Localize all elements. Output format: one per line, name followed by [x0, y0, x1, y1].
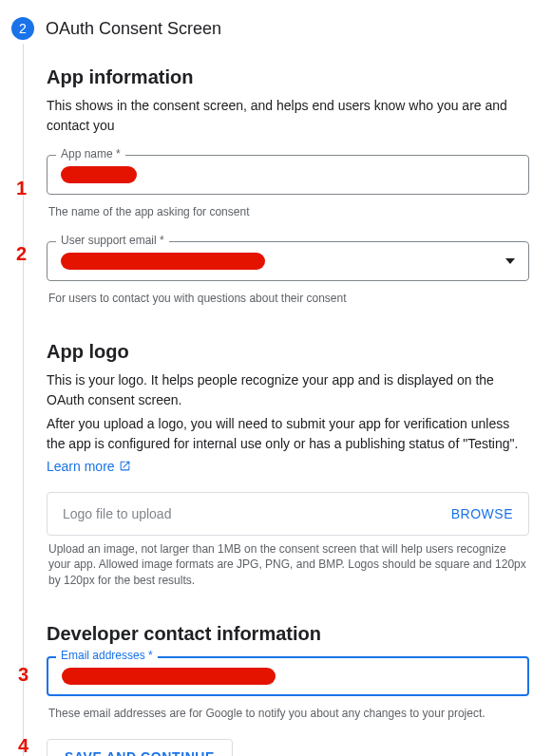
step-title: OAuth Consent Screen	[46, 19, 221, 39]
learn-more-label: Learn more	[47, 459, 115, 474]
app-logo-heading: App logo	[47, 341, 529, 363]
annotation-4: 4	[18, 735, 29, 756]
step-header: 2 OAuth Consent Screen	[0, 0, 552, 44]
logo-upload-box[interactable]: Logo file to upload BROWSE	[47, 492, 529, 536]
logo-upload-helper: Upload an image, not larger than 1MB on …	[47, 536, 529, 589]
annotation-1: 1	[16, 178, 27, 199]
user-support-email-field[interactable]: User support email *	[47, 241, 529, 281]
app-name-value-redacted	[61, 166, 137, 183]
app-info-desc: This shows in the consent screen, and he…	[47, 96, 529, 136]
save-and-continue-button[interactable]: SAVE AND CONTINUE	[47, 739, 233, 756]
email-addresses-field[interactable]: Email addresses *	[47, 656, 529, 696]
user-support-email-helper: For users to contact you with questions …	[47, 285, 529, 307]
external-link-icon	[119, 460, 131, 472]
learn-more-link[interactable]: Learn more	[47, 459, 131, 474]
chevron-down-icon	[505, 258, 515, 264]
email-value-redacted	[62, 668, 276, 685]
email-addresses-helper: These email addresses are for Google to …	[47, 700, 529, 722]
email-addresses-label: Email addresses *	[56, 649, 158, 662]
annotation-2: 2	[16, 243, 27, 265]
form-content: App information This shows in the consen…	[23, 44, 552, 756]
app-logo-desc1: This is your logo. It helps people recog…	[47, 370, 529, 410]
step-number-badge: 2	[11, 17, 34, 40]
support-email-value-redacted	[61, 253, 265, 270]
user-support-email-label: User support email *	[56, 234, 169, 247]
app-name-field[interactable]: App name *	[47, 155, 529, 195]
annotation-3: 3	[18, 664, 29, 686]
app-info-heading: App information	[47, 66, 529, 88]
app-name-label: App name *	[56, 147, 125, 161]
app-logo-desc2: After you upload a logo, you will need t…	[47, 414, 529, 454]
browse-button[interactable]: BROWSE	[451, 506, 513, 521]
app-name-helper: The name of the app asking for consent	[47, 198, 529, 220]
dev-contact-heading: Developer contact information	[47, 623, 529, 645]
logo-upload-placeholder: Logo file to upload	[63, 506, 171, 521]
